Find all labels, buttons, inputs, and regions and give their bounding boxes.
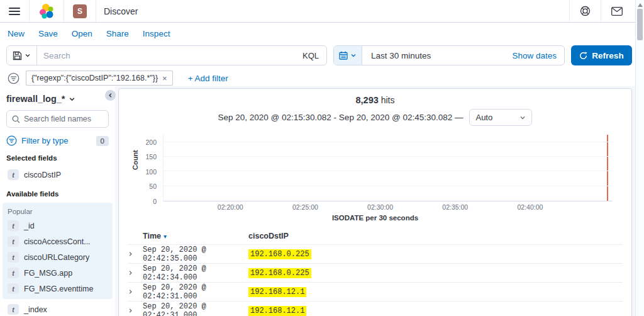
scrollbar-up-arrow[interactable] [638,3,643,7]
elastic-logo[interactable] [30,0,64,22]
filter-pill-text: {"regexp":{"ciscoDstIP":"192.168.*"}} [31,74,158,82]
elastic-logo-icon [38,3,55,20]
field-item-ciscoDstIP[interactable]: tciscoDstIP [6,167,109,183]
help-icon [580,6,591,16]
chevron-down-icon [69,96,75,103]
filter-by-type-button[interactable]: Filter by type 0 [6,135,109,146]
scrollbar-thumb[interactable] [637,9,643,40]
field-name: FG_MSG.eventtime [24,285,93,293]
field-type-badge: t [8,268,19,278]
field-type-badge: t [8,169,19,180]
time-cell: Sep 20, 2020 @ 02:42:35.000 [143,245,248,263]
ciscodstip-cell: 192.168.12.1 [248,288,306,296]
field-type-badge: t [8,236,19,247]
toolbar-link-save[interactable]: Save [38,29,58,38]
query-bar: KQL Last 30 minutes Show dates Refresh [0,44,644,69]
selected-fields-heading: Selected fields [6,154,109,162]
toolbar-link-open[interactable]: Open [72,29,92,38]
sort-descending-icon[interactable]: ▾ [164,233,167,240]
search-input[interactable] [37,51,295,60]
interval-select[interactable]: Auto [469,109,532,126]
add-filter-button[interactable]: + Add filter [188,74,228,83]
y-tick-label: 100 [145,168,157,176]
toolbar-link-new[interactable]: New [8,29,25,38]
fields-sidebar: firewall_log_* Filter by type 0 Selected… [0,86,115,316]
toolbar-link-inspect[interactable]: Inspect [143,29,170,38]
menu-toggle[interactable] [0,0,30,22]
x-tick-label: 02:35:00 [442,203,468,211]
ciscodstip-column-header[interactable]: ciscoDstIP [248,232,289,240]
field-name: _id [24,222,35,230]
field-name: ciscoURLCategory [24,253,89,262]
highlighted-value: 192.168.12.1 [248,287,306,297]
save-query-icon [13,51,22,60]
histogram-plot-area [163,135,613,201]
field-search-input[interactable] [24,115,103,123]
filter-pill[interactable]: {"regexp":{"ciscoDstIP":"192.168.*"}} × [26,71,173,86]
chevron-down-icon [519,115,526,121]
refresh-icon [579,52,587,60]
index-pattern-switcher[interactable]: firewall_log_* [6,94,109,104]
discover-content: firewall_log_* Filter by type 0 Selected… [0,86,644,316]
date-quick-select-button[interactable] [334,46,362,65]
field-item-_index[interactable]: t_index [6,302,109,316]
field-name: ciscoDstIP [24,171,61,179]
field-type-badge: t [8,220,19,231]
search-icon [12,115,20,123]
y-tick-label: 200 [145,138,157,146]
field-search-box [6,110,109,128]
x-tick-label: 02:30:00 [367,203,393,211]
space-avatar[interactable]: S [73,4,87,18]
field-item-ciscoAccessCont[interactable]: tciscoAccessCont... [6,234,109,249]
available-fields-list: t_index#_scoret_type [6,302,109,316]
field-item-ciscoURLCategory[interactable]: tciscoURLCategory [6,249,109,265]
hits-count: 8,293 [356,95,379,105]
hamburger-icon[interactable] [9,8,20,15]
index-pattern-name: firewall_log_* [6,94,65,104]
expand-row-icon[interactable] [128,251,143,257]
toolbar-link-share[interactable]: Share [106,29,129,38]
expand-row-icon[interactable] [128,308,143,313]
space-switcher[interactable]: S [64,0,96,22]
expand-row-icon[interactable] [128,270,143,276]
filter-by-type-label: Filter by type [21,136,92,145]
time-column-header[interactable]: Time ▾ [143,232,248,240]
vertical-scrollbar[interactable] [635,0,644,316]
calendar-icon [339,51,348,60]
time-range-value[interactable]: Last 30 minutes [371,51,431,60]
y-tick-label: 50 [149,183,157,190]
remove-filter-icon[interactable]: × [162,74,167,83]
top-navigation-bar: S Discover [0,0,644,23]
newsfeed-icon [611,7,623,16]
field-type-badge: t [8,283,19,294]
query-language-button[interactable]: KQL [295,51,326,60]
x-tick-label: 02:25:00 [292,203,318,211]
filter-by-type-icon [6,135,17,146]
ciscodstip-cell: 192.168.0.225 [248,250,311,259]
refresh-button[interactable]: Refresh [571,45,632,65]
help-button[interactable] [569,0,601,22]
field-name: FG_MSG.app [24,269,72,278]
time-cell: Sep 20, 2020 @ 02:42:31.000 [143,302,248,316]
field-type-badge: t [8,304,19,315]
x-axis-ticks: 02:20:0002:25:0002:30:0002:35:0002:40:00 [163,203,613,213]
chevron-left-icon [108,93,113,98]
field-item-FG_MSGeventtime[interactable]: tFG_MSG.eventtime [6,281,109,296]
y-tick-label: 0 [153,198,157,205]
field-name: _index [24,305,47,314]
show-dates-button[interactable]: Show dates [512,51,557,60]
current-time-marker [607,135,608,201]
chevron-down-icon [350,52,357,59]
collapse-sidebar-button[interactable] [105,90,116,101]
expand-row-icon[interactable] [128,289,143,295]
saved-query-menu-button[interactable] [7,46,37,65]
x-axis-title: ISODATE per 30 seconds [128,214,623,222]
field-item-FG_MSGapp[interactable]: tFG_MSG.app [6,265,109,281]
popular-fields-section: Popular t_idtciscoAccessCont...tciscoURL… [3,203,113,299]
histogram-chart: Count 050100150200 [128,131,623,201]
field-item-_id[interactable]: t_id [6,218,109,234]
highlighted-value: 192.168.0.225 [248,249,311,259]
newsfeed-button[interactable] [601,0,633,22]
ciscodstip-cell: 192.168.12.1 [248,307,306,315]
page-title: Discover [96,6,138,16]
